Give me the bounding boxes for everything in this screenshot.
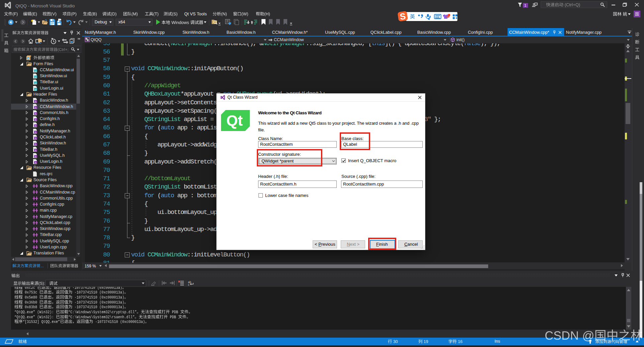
svg-text:h: h <box>35 112 36 115</box>
svg-text:h: h <box>35 100 36 103</box>
svg-text:ui: ui <box>35 76 37 79</box>
svg-text:ui: ui <box>35 82 37 85</box>
svg-text:h: h <box>35 149 36 152</box>
svg-text:ui: ui <box>35 70 37 73</box>
svg-text:h: h <box>35 155 36 158</box>
svg-text:h: h <box>35 124 36 127</box>
svg-text:h: h <box>35 143 36 146</box>
svg-text:h: h <box>35 118 36 121</box>
svg-text:c: c <box>188 283 190 286</box>
svg-text:h: h <box>35 161 36 164</box>
svg-text:h: h <box>35 130 36 133</box>
svg-text:h: h <box>35 137 36 140</box>
svg-text:ui: ui <box>35 88 37 91</box>
svg-text:Qt: Qt <box>226 112 243 129</box>
svg-text:h: h <box>35 106 36 109</box>
